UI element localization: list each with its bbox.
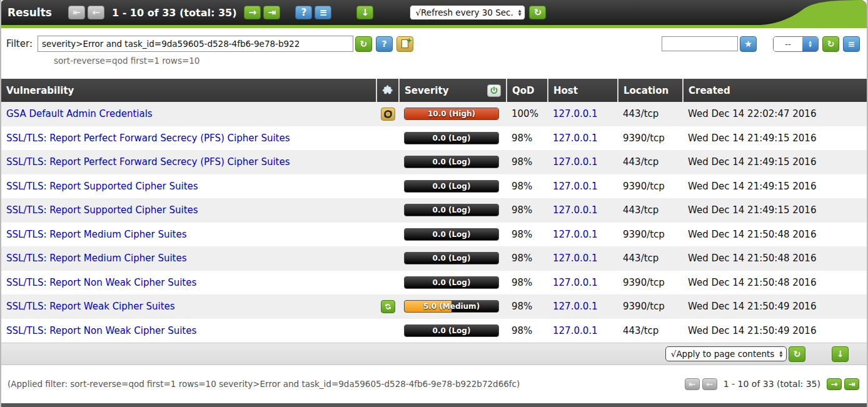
vulnerability-link[interactable]: SSL/TLS: Report Medium Cipher Suites	[6, 229, 187, 240]
host-link[interactable]: 127.0.0.1	[553, 133, 598, 144]
overrides-toggle-button[interactable]	[487, 84, 501, 97]
vulnerability-link[interactable]: SSL/TLS: Report Non Weak Cipher Suites	[6, 325, 196, 336]
first-page-icon: ⇤	[73, 7, 81, 18]
filter-input[interactable]	[38, 36, 353, 52]
solution-type-cell	[376, 271, 399, 295]
qod-value: 98%	[507, 294, 548, 319]
host-link[interactable]: 127.0.0.1	[553, 156, 598, 168]
host-link[interactable]: 127.0.0.1	[553, 108, 598, 119]
vulnerability-link[interactable]: SSL/TLS: Report Medium Cipher Suites	[6, 253, 187, 264]
help-button[interactable]: ?	[295, 6, 312, 19]
prev-page-button[interactable]: ←	[88, 6, 104, 19]
filter-help-button[interactable]: ?	[376, 36, 393, 52]
list-view-button[interactable]: ≡	[315, 6, 331, 19]
vulnerability-link[interactable]: GSA Default Admin Credentials	[6, 108, 153, 119]
next-page-button[interactable]: →	[827, 378, 842, 390]
result-row: SSL/TLS: Report Supported Cipher Suites …	[1, 198, 867, 223]
host-link[interactable]: 127.0.0.1	[553, 301, 598, 312]
result-row: SSL/TLS: Report Perfect Forward Secrecy …	[1, 126, 867, 151]
refresh-icon: ↻	[794, 349, 801, 359]
severity-bar: 0.0 (Log)	[404, 324, 499, 337]
location-value: 9390/tcp	[618, 294, 683, 319]
created-value: Wed Dec 14 21:50:48 2016	[683, 246, 867, 271]
severity-bar-label: 0.0 (Log)	[405, 204, 498, 216]
host-link[interactable]: 127.0.0.1	[553, 325, 598, 336]
solution-type-cell	[376, 294, 399, 319]
vulnerability-link[interactable]: SSL/TLS: Report Weak Cipher Suites	[6, 301, 175, 312]
prev-page-icon: ←	[706, 379, 713, 389]
refresh-interval-select[interactable]: √Refresh every 30 Sec. ▲▼	[410, 5, 525, 20]
column-header-qod[interactable]: QoD	[507, 79, 548, 102]
created-value: Wed Dec 14 21:50:49 2016	[683, 319, 867, 343]
location-value: 9390/tcp	[618, 223, 683, 247]
bulk-action-bar: √Apply to page contents ▲▼ ↻ ↓	[1, 343, 867, 365]
bottom-download-button[interactable]: ↓	[832, 346, 849, 362]
column-header-vulnerability[interactable]: Vulnerability	[1, 79, 376, 102]
qod-value: 98%	[507, 198, 548, 223]
refresh-icon: ↻	[360, 39, 368, 49]
location-value: 443/tcp	[618, 198, 683, 223]
column-header-solution-type[interactable]	[376, 79, 399, 102]
results-rows: GSA Default Admin Credentials 10.0 (High…	[1, 102, 867, 343]
vulnerability-link[interactable]: SSL/TLS: Report Supported Cipher Suites	[6, 181, 198, 192]
column-header-location[interactable]: Location	[618, 79, 683, 102]
severity-bar: 0.0 (Log)	[404, 252, 499, 264]
page-title: Results	[8, 6, 52, 19]
prev-page-button[interactable]: ←	[702, 378, 717, 390]
last-page-button[interactable]: ⇥	[263, 6, 280, 19]
download-button[interactable]: ↓	[356, 6, 373, 19]
solution-type-cell	[376, 174, 399, 199]
vulnerability-link[interactable]: SSL/TLS: Report Non Weak Cipher Suites	[6, 277, 196, 288]
saved-filter-select-value: --	[774, 37, 802, 51]
new-filter-button[interactable]: +	[396, 36, 413, 52]
save-filter-star-button[interactable]: ★	[740, 36, 757, 52]
save-filter-name-input[interactable]	[662, 36, 738, 51]
puzzle-icon	[382, 84, 394, 96]
filter-refresh-button[interactable]: ↻	[355, 36, 372, 52]
qod-value: 98%	[507, 150, 548, 174]
solution-type-cell	[376, 223, 399, 247]
host-link[interactable]: 127.0.0.1	[553, 253, 598, 264]
first-page-button[interactable]: ⇤	[68, 6, 85, 19]
next-page-button[interactable]: →	[244, 6, 261, 19]
first-page-button[interactable]: ⇤	[685, 378, 700, 390]
host-link[interactable]: 127.0.0.1	[553, 229, 598, 240]
severity-bar: 0.0 (Log)	[404, 132, 499, 144]
refresh-now-button[interactable]: ↻	[529, 6, 546, 19]
severity-bar-label: 0.0 (Log)	[405, 156, 498, 168]
column-header-severity[interactable]: Severity	[399, 79, 507, 102]
apply-refresh-button[interactable]: ↻	[789, 346, 805, 362]
qod-value: 100%	[507, 102, 548, 126]
vulnerability-link[interactable]: SSL/TLS: Report Perfect Forward Secrecy …	[6, 156, 290, 168]
location-value: 9390/tcp	[618, 174, 683, 199]
severity-bar-label: 10.0 (High)	[405, 108, 498, 119]
vulnerability-link[interactable]: SSL/TLS: Report Perfect Forward Secrecy …	[6, 133, 290, 144]
filter-list-button[interactable]: ≡	[843, 36, 860, 52]
host-link[interactable]: 127.0.0.1	[553, 181, 598, 192]
solution-type-cell	[376, 150, 399, 174]
last-page-button[interactable]: ⇥	[844, 378, 859, 390]
last-page-icon: ⇥	[268, 7, 276, 18]
host-link[interactable]: 127.0.0.1	[553, 277, 598, 288]
apply-to-select[interactable]: √Apply to page contents ▲▼	[665, 346, 787, 361]
refresh-icon: ↻	[827, 39, 835, 49]
vulnerability-link[interactable]: SSL/TLS: Report Supported Cipher Suites	[6, 204, 198, 216]
severity-bar: 0.0 (Log)	[404, 204, 499, 216]
column-header-created[interactable]: Created	[683, 79, 867, 102]
location-value: 9390/tcp	[618, 126, 683, 151]
refresh-interval-value: √Refresh every 30 Sec.	[415, 8, 513, 18]
severity-bar: 0.0 (Log)	[404, 180, 499, 193]
next-page-icon: →	[831, 379, 838, 389]
host-link[interactable]: 127.0.0.1	[553, 204, 598, 216]
solution-type-cell	[376, 319, 399, 343]
download-icon: ↓	[837, 349, 844, 359]
footer: (Applied filter: sort-reverse=qod first=…	[1, 365, 867, 403]
saved-filter-select[interactable]: -- ▲▼	[773, 36, 819, 52]
star-icon: ★	[744, 39, 752, 49]
list-icon: ≡	[848, 39, 855, 49]
severity-bar: 5.0 (Medium)	[404, 300, 499, 313]
saved-filter-refresh-button[interactable]: ↻	[822, 36, 839, 52]
created-value: Wed Dec 14 21:50:48 2016	[683, 223, 867, 247]
column-header-host[interactable]: Host	[548, 79, 618, 102]
prev-page-icon: ←	[92, 7, 100, 18]
